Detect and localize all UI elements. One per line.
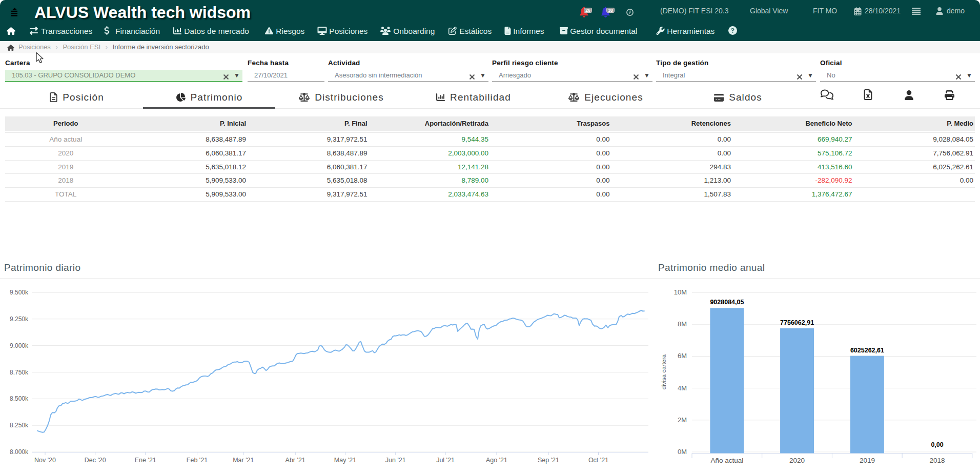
svg-text:8.250k: 8.250k [10, 422, 29, 429]
svg-text:May '21: May '21 [334, 457, 356, 464]
svg-text:Dec '20: Dec '20 [85, 457, 106, 464]
svg-text:Año actual: Año actual [711, 457, 744, 464]
svg-text:2019: 2019 [860, 457, 875, 464]
svg-text:8M: 8M [678, 320, 687, 328]
svg-text:9028084,05: 9028084,05 [710, 299, 744, 306]
svg-text:6M: 6M [678, 352, 687, 360]
svg-text:2020: 2020 [789, 457, 805, 464]
svg-text:4M: 4M [678, 384, 687, 392]
svg-text:8.000k: 8.000k [10, 448, 29, 456]
svg-text:divisa cartera: divisa cartera [661, 354, 667, 389]
svg-text:Oct '21: Oct '21 [588, 457, 608, 464]
svg-text:Abr '21: Abr '21 [285, 457, 305, 464]
svg-text:9.500k: 9.500k [10, 289, 29, 296]
svg-text:10M: 10M [674, 288, 687, 296]
svg-text:Jun '21: Jun '21 [385, 457, 406, 464]
svg-text:0M: 0M [678, 448, 687, 456]
svg-text:6025262,61: 6025262,61 [850, 347, 884, 354]
svg-text:Mar '21: Mar '21 [233, 457, 254, 464]
svg-text:Jul '21: Jul '21 [436, 457, 455, 464]
svg-text:Sep '21: Sep '21 [538, 457, 559, 464]
svg-text:Feb '21: Feb '21 [187, 457, 208, 464]
svg-text:Nov '20: Nov '20 [34, 457, 56, 464]
svg-text:8.500k: 8.500k [10, 395, 29, 402]
svg-text:9.000k: 9.000k [10, 342, 29, 349]
svg-text:Ene '21: Ene '21 [135, 457, 156, 464]
svg-text:2M: 2M [678, 416, 687, 424]
svg-text:2018: 2018 [930, 457, 945, 464]
svg-text:Ago '21: Ago '21 [486, 457, 507, 464]
svg-text:9.250k: 9.250k [10, 316, 29, 323]
svg-text:7756062,91: 7756062,91 [780, 319, 814, 326]
svg-text:0,00: 0,00 [931, 441, 943, 448]
svg-text:8.750k: 8.750k [10, 369, 29, 376]
